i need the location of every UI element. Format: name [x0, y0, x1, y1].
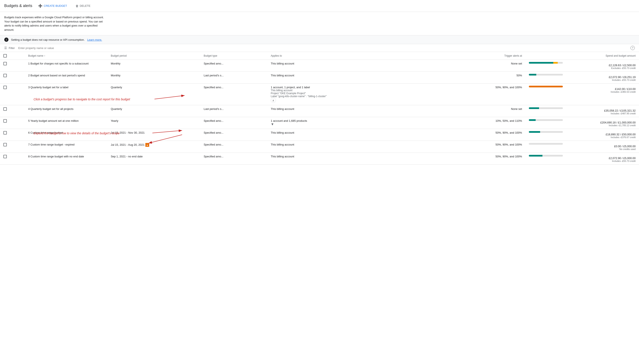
applies-to-cell: This billing account: [267, 105, 443, 117]
row-checkbox[interactable]: [4, 131, 7, 134]
budget-type: Specified amo...: [204, 131, 224, 134]
budget-period-cell: Jul 15, 2021 - Aug 20, 2021▲: [107, 141, 200, 153]
spend-amount-cell: £2,072.90 / £9,251.19 Includes -£55.73 c…: [525, 72, 639, 84]
info-banner: i Setting a budget does not cap resource…: [0, 35, 639, 44]
progress-bar[interactable]: [529, 86, 563, 88]
progress-bar[interactable]: [529, 131, 563, 133]
row-checkbox-cell: [0, 129, 25, 141]
row-checkbox-cell: [0, 72, 25, 84]
col-header-period[interactable]: Budget period: [107, 52, 200, 60]
budget-name-cell: 2 Budget amount based on last period's s…: [25, 72, 107, 84]
col-header-check: [0, 52, 25, 60]
filter-bar: ☰ Filter ?: [0, 44, 639, 52]
row-checkbox[interactable]: [4, 86, 7, 89]
applies-to-sub: Project "GKE Example Project": [271, 92, 439, 95]
expired-icon: ▲: [145, 143, 149, 147]
budget-period: Jul 15, 2021 - Nov 30, 2021: [111, 131, 145, 134]
applies-to-cell: 1 account, 1 project, and 1 labelThis bi…: [267, 84, 443, 105]
budget-type-cell: Specified amo...: [200, 153, 267, 164]
row-checkbox-cell: [0, 153, 25, 164]
collapse-button[interactable]: ∧: [271, 98, 276, 103]
trigger-alerts-cell: None set: [443, 60, 525, 72]
progress-segment: [529, 119, 536, 121]
budget-type-cell: Last period's s...: [200, 72, 267, 84]
budget-period: Yearly: [111, 119, 118, 122]
budget-period: Jul 15, 2021 - Aug 20, 2021: [111, 143, 145, 146]
row-checkbox[interactable]: [4, 119, 7, 122]
progress-segment: [542, 155, 563, 156]
row-checkbox[interactable]: [4, 62, 7, 65]
help-icon[interactable]: ?: [630, 46, 635, 50]
applies-to-cell: This billing account: [267, 129, 443, 141]
learn-more-link[interactable]: Learn more.: [87, 38, 102, 41]
applies-to-cell: This billing account: [267, 72, 443, 84]
trigger-alerts-cell: None set: [443, 105, 525, 117]
trigger-alerts-cell: 50%: [443, 72, 525, 84]
create-budget-button[interactable]: ➕ CREATE BUDGET: [36, 2, 70, 9]
progress-segment: [536, 74, 563, 76]
progress-bar[interactable]: [529, 119, 563, 121]
applies-to-main: This billing account: [271, 74, 439, 77]
row-checkbox[interactable]: [4, 143, 7, 146]
budget-type-cell: Specified amo...: [200, 141, 267, 153]
progress-segment: [529, 62, 553, 64]
budget-type-cell: Specified amo...: [200, 117, 267, 129]
progress-bar[interactable]: [529, 143, 563, 145]
expand-arrow[interactable]: ▼: [271, 122, 274, 126]
budget-name-cell: 3 Quarterly budget set for a label: [25, 84, 107, 105]
progress-bar[interactable]: [529, 155, 563, 156]
col-header-type[interactable]: Budget type: [200, 52, 267, 60]
progress-bar[interactable]: [529, 62, 563, 64]
amount-sub: Includes -£365.53 credit: [529, 90, 635, 93]
spend-amount-cell: £35,058.22 / £105,321.32 Includes -£487.…: [525, 105, 639, 117]
delete-button[interactable]: 🗑 DELETE: [73, 3, 93, 9]
budget-name: 7 Custom time range budget - expired: [28, 143, 104, 146]
progress-bar[interactable]: [529, 74, 563, 76]
applies-to-main: 1 account and 1,685 products: [271, 119, 439, 122]
col-header-spend[interactable]: Spend and budget amount: [525, 52, 639, 60]
col-header-trigger[interactable]: Trigger alerts at: [443, 52, 525, 60]
trigger-value: 50%, 90%, and 100%: [495, 86, 522, 89]
progress-segment: [529, 74, 536, 76]
filter-input[interactable]: [18, 46, 629, 50]
progress-segment: [536, 119, 563, 121]
spend-amount-cell: £0.00 / £5,000.00 No credits used: [525, 141, 639, 153]
col-header-name[interactable]: Budget name ↑: [25, 52, 107, 60]
row-checkbox[interactable]: [4, 155, 7, 158]
budget-name-cell: 4 Quarterly budget set for all projects: [25, 105, 107, 117]
row-checkbox-cell: [0, 141, 25, 153]
budget-name: 1 Budget for charges not specific to a s…: [28, 62, 104, 65]
row-checkbox[interactable]: [4, 107, 7, 111]
applies-to-cell: This billing account: [267, 153, 443, 164]
budget-type-cell: Specified amo...: [200, 60, 267, 72]
amount-sub: Includes -£55.73 credit: [529, 160, 635, 162]
budget-period: Sep 1, 2021 - no end date: [111, 155, 143, 158]
row-checkbox[interactable]: [4, 74, 7, 77]
select-all-checkbox[interactable]: [4, 54, 7, 58]
trigger-value: None set: [511, 62, 522, 65]
budget-period-cell: Sep 1, 2021 - no end date: [107, 153, 200, 164]
progress-bar[interactable]: [529, 107, 563, 109]
applies-to-main: This billing account: [271, 143, 439, 146]
trigger-value: 10%, 50%, and 110%: [495, 119, 522, 122]
table-wrapper: Budget name ↑ Budget period Budget type …: [0, 52, 639, 164]
budget-period-cell: Quarterly: [107, 105, 200, 117]
applies-to-sub: Label "goog-k8s-cluster-name" : "billing…: [271, 95, 439, 98]
budget-period: Quarterly: [111, 86, 122, 89]
trigger-value: None set: [511, 107, 522, 110]
spend-amount-cell: £18,890.32 / £50,000.00 Includes -£376.6…: [525, 129, 639, 141]
col-header-applies[interactable]: Applies to: [267, 52, 443, 60]
budget-name: 8 Custom time range budget with no end d…: [28, 155, 104, 158]
budget-type: Specified amo...: [204, 86, 224, 89]
applies-to-cell: This billing account: [267, 60, 443, 72]
info-icon: i: [4, 38, 9, 42]
amount-sub: Excludes -£55.73 credit: [529, 67, 635, 69]
amount-main: £18,890.32 / £50,000.00: [529, 133, 635, 136]
applies-to-main: This billing account: [271, 131, 439, 134]
table-row: 8 Custom time range budget with no end d…: [0, 153, 639, 164]
amount-main: £2,072.90 / £5,000.00: [529, 156, 635, 160]
trigger-value: 50%, 90%, and 100%: [495, 143, 522, 146]
budget-type: Last period's s...: [204, 107, 224, 110]
budget-period: Monthly: [111, 74, 121, 77]
budget-name: 3 Quarterly budget set for a label: [28, 86, 104, 89]
